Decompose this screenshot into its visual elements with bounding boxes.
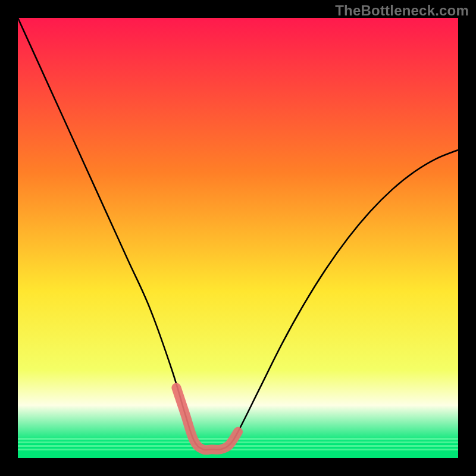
svg-rect-1 [18, 441, 458, 443]
plot-area [18, 18, 458, 458]
gradient-background [18, 18, 458, 458]
watermark-text: TheBottleneck.com [335, 2, 469, 19]
svg-rect-2 [18, 445, 458, 447]
chart-svg [18, 18, 458, 458]
svg-rect-3 [18, 449, 458, 450]
chart-frame: { "watermark": "TheBottleneck.com", "col… [0, 0, 476, 476]
